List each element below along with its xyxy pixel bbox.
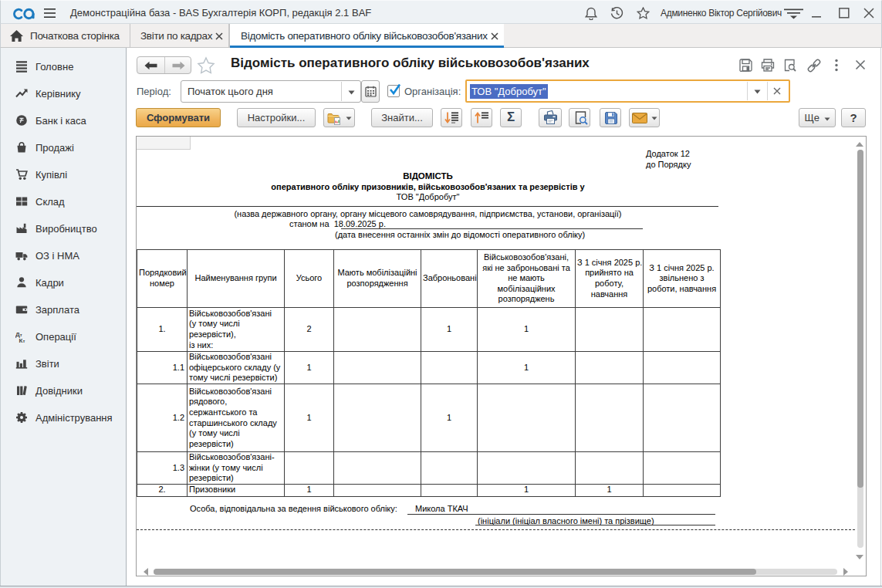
svg-text:Кт: Кт	[19, 337, 25, 343]
